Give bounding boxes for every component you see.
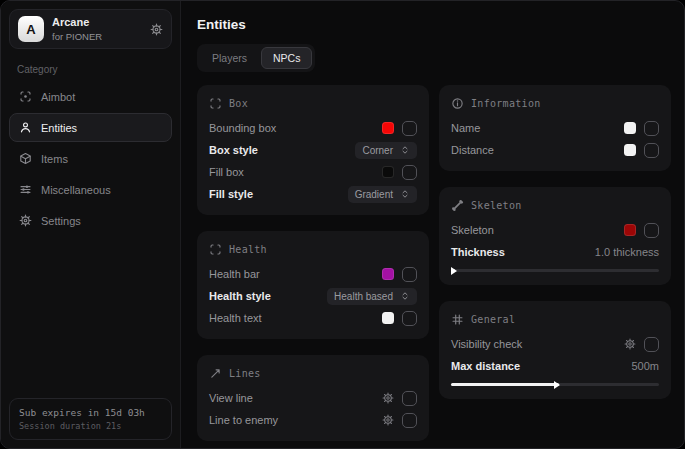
row-view-line: View line [209, 387, 417, 409]
card-header: Information [451, 94, 659, 112]
expand-icon [400, 145, 410, 155]
slider-thickness[interactable] [451, 269, 659, 272]
card-title: Health [229, 244, 267, 255]
slider-max-distance[interactable] [451, 383, 659, 386]
setting-label: Fill box [209, 166, 374, 178]
sidebar-item-settings[interactable]: Settings [9, 206, 172, 235]
dropdown-fill-style[interactable]: Gradient [348, 186, 417, 203]
corner-brackets-icon [209, 243, 222, 256]
card-information: InformationNameDistance [439, 85, 671, 171]
card-header: Skeleton [451, 196, 659, 214]
diagonal-arrow-icon [209, 367, 222, 380]
checkbox[interactable] [402, 267, 417, 282]
setting-label: Name [451, 122, 616, 134]
checkbox[interactable] [402, 121, 417, 136]
card-health: HealthHealth barHealth styleHealth based… [197, 231, 429, 339]
slider-value: 500m [631, 360, 659, 372]
card-header: Lines [209, 364, 417, 382]
column-left: BoxBounding boxBox styleCornerFill boxFi… [197, 85, 429, 441]
gear-icon[interactable] [382, 414, 394, 426]
color-swatch[interactable] [382, 122, 394, 134]
checkbox[interactable] [644, 223, 659, 238]
checkbox[interactable] [644, 121, 659, 136]
card-title: Lines [229, 368, 261, 379]
setting-label: Max distance [451, 360, 623, 372]
sidebar-item-label: Settings [41, 215, 81, 227]
sidebar-item-items[interactable]: Items [9, 144, 172, 173]
setting-label: Bounding box [209, 122, 374, 134]
corner-brackets-icon [209, 97, 222, 110]
app-logo: A [18, 16, 44, 42]
sidebar-item-label: Items [41, 153, 68, 165]
expand-icon [400, 291, 410, 301]
color-swatch[interactable] [382, 268, 394, 280]
grid-icon [451, 313, 464, 326]
sidebar-item-label: Miscellaneous [41, 184, 111, 196]
settings-columns: BoxBounding boxBox styleCornerFill boxFi… [197, 85, 671, 441]
color-swatch[interactable] [624, 144, 636, 156]
checkbox[interactable] [402, 413, 417, 428]
card-title: Information [471, 98, 541, 109]
setting-label: Line to enemy [209, 414, 374, 426]
setting-label: Fill style [209, 188, 340, 200]
checkbox[interactable] [644, 337, 659, 352]
sidebar-item-entities[interactable]: Entities [9, 113, 172, 142]
dropdown-box-style[interactable]: Corner [355, 142, 417, 159]
gear-icon[interactable] [624, 338, 636, 350]
setting-label: Skeleton [451, 224, 616, 236]
card-header: Box [209, 94, 417, 112]
card-header: General [451, 310, 659, 328]
brand-name: Arcane [52, 16, 102, 28]
setting-label: Health text [209, 312, 374, 324]
gear-icon[interactable] [150, 23, 163, 36]
setting-label: Visibility check [451, 338, 616, 350]
row-line-to-enemy: Line to enemy [209, 409, 417, 431]
tab-bar: PlayersNPCs [197, 44, 315, 72]
session-duration-text: Session duration 21s [19, 421, 162, 431]
sidebar-item-aimbot[interactable]: Aimbot [9, 82, 172, 111]
color-swatch[interactable] [382, 166, 394, 178]
brand-card: A Arcane for PIONER [9, 9, 172, 49]
info-icon [451, 97, 464, 110]
checkbox[interactable] [402, 311, 417, 326]
sidebar-item-miscellaneous[interactable]: Miscellaneous [9, 175, 172, 204]
color-swatch[interactable] [624, 224, 636, 236]
color-swatch[interactable] [624, 122, 636, 134]
crosshair-icon [19, 90, 32, 103]
sliders-icon [19, 183, 32, 196]
app-window: A Arcane for PIONER Category AimbotEntit… [0, 0, 685, 449]
setting-label: Health style [209, 290, 319, 302]
column-right: InformationNameDistanceSkeletonSkeletonT… [439, 85, 671, 399]
slider-fill [451, 383, 559, 386]
row-name: Name [451, 117, 659, 139]
dropdown-value: Health based [334, 291, 393, 302]
row-max-distance: Max distance500m [451, 355, 659, 377]
row-box-style: Box styleCorner [209, 139, 417, 161]
slider-thumb[interactable] [451, 267, 457, 275]
card-title: Box [229, 98, 248, 109]
row-skeleton: Skeleton [451, 219, 659, 241]
row-thickness: Thickness1.0 thickness [451, 241, 659, 263]
bone-icon [451, 199, 464, 212]
checkbox[interactable] [402, 165, 417, 180]
color-swatch[interactable] [382, 312, 394, 324]
card-box: BoxBounding boxBox styleCornerFill boxFi… [197, 85, 429, 215]
sidebar: A Arcane for PIONER Category AimbotEntit… [1, 1, 181, 448]
tab-npcs[interactable]: NPCs [261, 47, 312, 69]
checkbox[interactable] [402, 391, 417, 406]
row-fill-style: Fill styleGradient [209, 183, 417, 205]
card-general: GeneralVisibility checkMax distance500m [439, 301, 671, 399]
card-skeleton: SkeletonSkeletonThickness1.0 thickness [439, 187, 671, 285]
sub-expiry-text: Sub expires in 15d 03h [19, 407, 162, 418]
subscription-card: Sub expires in 15d 03h Session duration … [9, 398, 172, 440]
setting-label: Distance [451, 144, 616, 156]
dropdown-health-style[interactable]: Health based [327, 288, 417, 305]
tab-players[interactable]: Players [200, 47, 259, 69]
sidebar-nav: AimbotEntitiesItemsMiscellaneousSettings [9, 82, 172, 237]
page-title: Entities [197, 17, 671, 32]
dropdown-value: Gradient [355, 189, 393, 200]
gear-icon[interactable] [382, 392, 394, 404]
checkbox[interactable] [644, 143, 659, 158]
slider-thumb[interactable] [554, 381, 560, 389]
category-label: Category [17, 64, 172, 75]
